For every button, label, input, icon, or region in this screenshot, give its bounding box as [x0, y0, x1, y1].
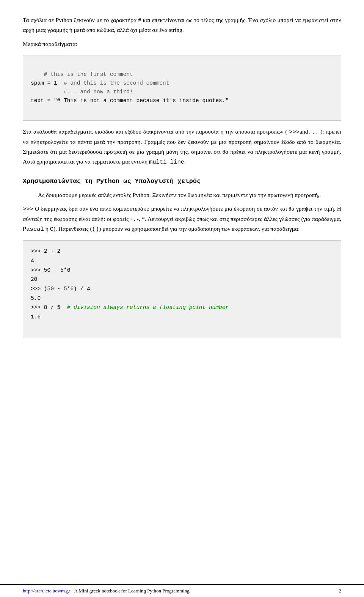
repl-line-4: >>> 8 / 5 # division always returns a fl…: [31, 304, 229, 310]
repl-block: >>> 2 + 2 4 >>> 50 - 5*6 20 >>> (50 - 5*…: [23, 240, 341, 337]
footer-description: - A Mini greek notebook for Learning Pyt…: [70, 588, 189, 594]
code-line-1: # this is the first comment: [44, 71, 133, 77]
section-heading: Χρησιμοποιώντας τη Python ως Υπολογιστή …: [23, 178, 341, 185]
code-line-2: spam = 1 # and this is the second commen…: [31, 80, 169, 86]
examples-label: Μερικά παραδείγματα:: [23, 39, 341, 49]
repl-line-1: >>> 2 + 2: [31, 248, 60, 254]
paragraph-2: Στα ακόλουθα παραδείγματα, εισόδου και ε…: [23, 127, 341, 167]
footer-link[interactable]: http://arch.icte.uowm.gr: [23, 588, 70, 594]
repl-line-3: >>> (50 - 5*6) / 4: [31, 286, 90, 292]
code-line-3: #... and now a third!: [31, 89, 133, 95]
repl-output-3: 5.0: [31, 295, 41, 301]
footer: http://arch.icte.uowm.gr - A Mini greek …: [0, 584, 364, 597]
footer-link-container[interactable]: http://arch.icte.uowm.gr - A Mini greek …: [23, 588, 190, 594]
code-block-1: # this is the first comment spam = 1 # a…: [23, 55, 341, 121]
paragraph-4: >>> Ο διερμηνέας δρα σαν ένα απλό κομπιο…: [23, 204, 341, 235]
repl-output-1: 4: [31, 258, 34, 264]
paragraph-1: Τα σχόλια σε Python ξεκινούν με το χαρακ…: [23, 15, 341, 35]
paragraph-3: Ας δοκιμάσουμε μερικές απλές εντολές Pyt…: [23, 190, 341, 200]
repl-line-2: >>> 50 - 5*6: [31, 267, 70, 273]
repl-output-2: 20: [31, 276, 37, 282]
repl-output-4: 1.6: [31, 314, 41, 320]
code-line-4: text = "# This is not a comment because …: [31, 98, 229, 104]
page-content: Τα σχόλια σε Python ξεκινούν με το χαρακ…: [0, 0, 364, 577]
page-number: 2: [339, 588, 342, 594]
